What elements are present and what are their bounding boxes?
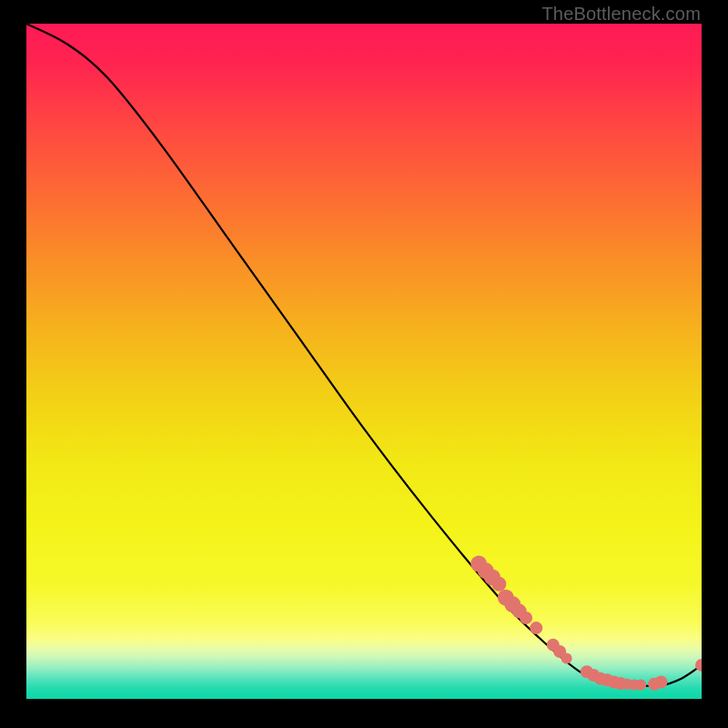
data-point	[491, 577, 506, 592]
chart-area	[26, 24, 702, 699]
chart-svg	[26, 24, 702, 699]
data-point	[520, 612, 532, 624]
data-point	[635, 679, 646, 690]
gradient-background	[26, 24, 702, 699]
data-point	[561, 652, 572, 663]
data-point	[654, 675, 667, 688]
data-point	[530, 622, 542, 634]
watermark-text: TheBottleneck.com	[541, 4, 701, 25]
